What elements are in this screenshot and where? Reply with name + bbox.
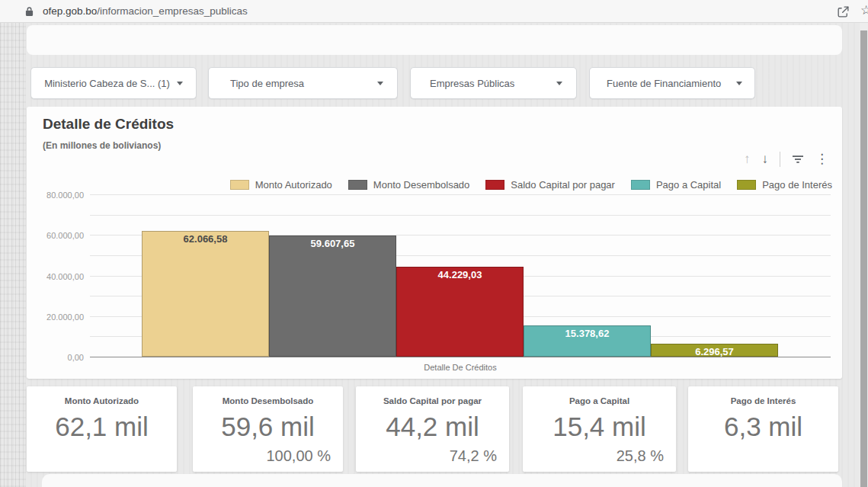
legend-swatch	[348, 180, 367, 190]
scorecard-value: 62,1 mil	[27, 405, 177, 447]
next-section-panel	[42, 474, 842, 487]
more-options-icon[interactable]: ⋮	[815, 151, 828, 168]
scorecard-title: Pago de Interés	[688, 396, 838, 405]
scorecard-title: Pago a Capital	[523, 396, 676, 405]
chart-subtitle: (En millones de bolivianos)	[43, 140, 161, 151]
share-icon[interactable]	[836, 5, 850, 22]
scorecard-percent	[27, 447, 177, 468]
gridline	[90, 215, 831, 216]
content-header-panel	[27, 25, 842, 55]
legend-label: Monto Autorizado	[255, 179, 332, 191]
filter-label: Tipo de empresa	[230, 78, 304, 89]
chevron-down-icon	[736, 82, 742, 85]
background-watermark	[0, 23, 26, 487]
scorecard-percent	[688, 447, 838, 468]
legend-swatch	[631, 180, 650, 190]
scorecard-title: Monto Desembolsado	[193, 396, 343, 405]
filter-icon[interactable]	[792, 154, 804, 165]
chevron-down-icon	[377, 82, 383, 85]
legend-swatch	[737, 180, 756, 190]
y-axis-tick-label: 40.000,00	[46, 272, 84, 281]
y-axis-tick-label: 60.000,00	[46, 231, 84, 240]
bar-monto-desembolsado[interactable]: 59.607,65	[269, 235, 396, 357]
filter-fuente-financiamiento-dropdown[interactable]: Fuente de Financiamiento	[589, 67, 755, 99]
bar-value-label: 62.066,58	[143, 233, 268, 245]
chevron-down-icon	[177, 82, 183, 85]
bar-pago-de-inter-s[interactable]: 6.296,57	[651, 344, 778, 357]
bar-value-label: 15.378,62	[524, 328, 650, 339]
legend-label: Pago a Capital	[656, 179, 721, 191]
scorecard-monto-autorizado: Monto Autorizado 62,1 mil	[27, 386, 177, 472]
gridline	[90, 194, 831, 195]
filter-label: Ministerio Cabeza de S... (1)	[44, 78, 170, 89]
chart-toolbar: ↑ ↓ ⋮	[744, 151, 828, 168]
scorecard-saldo-capital: Saldo Capital por pagar 44,2 mil 74,2 %	[356, 386, 509, 472]
bookmark-star-icon[interactable]: ☆	[860, 2, 868, 18]
scorecard-percent: 74,2 %	[356, 447, 509, 468]
legend-item: Monto Desembolsado	[348, 179, 469, 191]
bar-value-label: 59.607,65	[270, 238, 396, 249]
legend-item: Monto Autorizado	[230, 179, 332, 191]
y-axis-tick-label: 80.000,00	[46, 191, 84, 200]
bar-chart-plot-area: 62.066,5859.607,6544.229,0315.378,626.29…	[90, 195, 831, 357]
filter-label: Fuente de Financiamiento	[607, 78, 721, 89]
vertical-scrollbar[interactable]	[860, 23, 868, 487]
toolbar-divider	[780, 152, 780, 167]
legend-item: Pago a Capital	[631, 179, 721, 191]
url-text[interactable]: ofep.gob.bo/informacion_empresas_publica…	[43, 0, 248, 22]
scorecard-value: 6,3 mil	[688, 405, 838, 447]
scorecard-monto-desembolsado: Monto Desembolsado 59,6 mil 100,00 %	[193, 386, 343, 472]
scorecard-title: Monto Autorizado	[27, 396, 177, 405]
legend-item: Pago de Interés	[737, 179, 832, 191]
bar-value-label: 6.296,57	[652, 346, 777, 357]
browser-address-bar: ofep.gob.bo/informacion_empresas_publica…	[0, 0, 868, 23]
scorecard-value: 44,2 mil	[356, 405, 509, 447]
filter-tipo-empresa-dropdown[interactable]: Tipo de empresa	[208, 67, 398, 99]
bar-pago-a-capital[interactable]: 15.378,62	[524, 325, 651, 357]
sort-descending-icon[interactable]: ↓	[762, 151, 769, 168]
bar-value-label: 44.229,03	[397, 269, 523, 280]
sort-ascending-icon[interactable]: ↑	[744, 151, 751, 168]
chevron-down-icon	[556, 82, 562, 85]
scorecard-pago-interes: Pago de Interés 6,3 mil	[688, 386, 838, 472]
scorecard-percent: 25,8 %	[523, 447, 676, 468]
legend-item: Saldo Capital por pagar	[485, 179, 615, 191]
scorecard-value: 59,6 mil	[193, 405, 343, 447]
filter-ministerio-dropdown[interactable]: Ministerio Cabeza de S... (1)	[30, 67, 197, 99]
x-axis-category-label: Detalle De Créditos	[90, 363, 831, 372]
scorecard-value: 15,4 mil	[523, 405, 676, 447]
chart-title: Detalle de Créditos	[43, 116, 174, 133]
bar-saldo-capital-por-pagar[interactable]: 44.229,03	[396, 267, 524, 357]
lock-icon[interactable]	[25, 6, 34, 20]
y-axis-tick-label: 0,00	[68, 353, 84, 362]
filter-empresas-publicas-dropdown[interactable]: Empresas Públicas	[410, 67, 577, 99]
legend-label: Saldo Capital por pagar	[511, 179, 615, 191]
chart-panel: Detalle de Créditos (En millones de boli…	[27, 107, 842, 379]
url-path: /informacion_empresas_publicas	[97, 5, 247, 17]
legend-swatch	[230, 180, 249, 190]
y-axis-tick-label: 20.000,00	[46, 312, 84, 322]
scorecard-percent: 100,00 %	[193, 447, 343, 468]
bar-monto-autorizado[interactable]: 62.066,58	[142, 231, 269, 357]
legend-label: Monto Desembolsado	[373, 179, 469, 191]
chart-legend: Monto Autorizado Monto Desembolsado Sald…	[230, 179, 832, 191]
scrollbar-thumb[interactable]	[860, 30, 867, 487]
legend-swatch	[485, 180, 504, 190]
url-domain: ofep.gob.bo	[43, 5, 97, 17]
scorecard-title: Saldo Capital por pagar	[356, 396, 509, 405]
legend-label: Pago de Interés	[762, 179, 832, 191]
filter-label: Empresas Públicas	[430, 78, 514, 89]
scorecard-pago-capital: Pago a Capital 15,4 mil 25,8 %	[523, 386, 676, 472]
